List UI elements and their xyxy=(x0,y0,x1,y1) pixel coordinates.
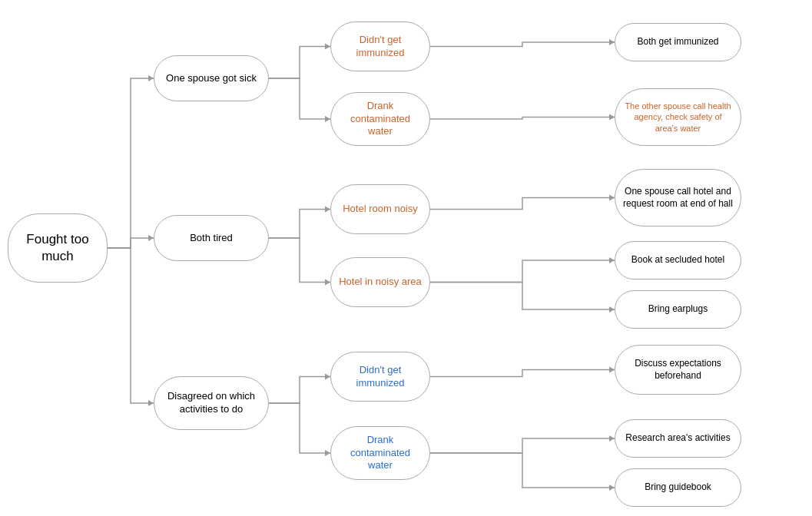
node-l2-5-label: Didn't get immunized xyxy=(339,364,422,390)
svg-marker-4 xyxy=(325,116,330,122)
node-l2-6: Drank contaminated water xyxy=(330,426,430,480)
node-l1-3-label: Disagreed on which activities to do xyxy=(162,390,260,416)
node-l3-8: Bring guidebook xyxy=(615,468,741,507)
node-root-label: Fought too much xyxy=(16,231,99,265)
svg-marker-13 xyxy=(609,306,615,313)
svg-marker-1 xyxy=(148,235,154,241)
svg-marker-12 xyxy=(609,257,615,263)
node-l3-3-label: One spouse call hotel and request room a… xyxy=(623,186,733,210)
svg-marker-6 xyxy=(325,280,330,286)
node-l3-2-label: The other spouse call health agency, che… xyxy=(623,101,733,134)
node-l2-6-label: Drank contaminated water xyxy=(339,434,422,473)
svg-marker-3 xyxy=(325,44,330,50)
node-l3-1-label: Both get immunized xyxy=(637,36,718,48)
node-l2-2: Drank contaminated water xyxy=(330,92,430,146)
node-l3-6-label: Discuss expectations beforehand xyxy=(623,358,733,382)
node-l3-5-label: Bring earplugs xyxy=(648,303,708,316)
node-l3-4: Book at secluded hotel xyxy=(615,241,741,280)
svg-marker-2 xyxy=(148,400,154,406)
svg-marker-7 xyxy=(325,374,330,380)
svg-marker-8 xyxy=(325,450,330,456)
svg-marker-16 xyxy=(609,485,615,491)
svg-marker-9 xyxy=(609,39,615,45)
node-l3-5: Bring earplugs xyxy=(615,290,741,329)
svg-marker-15 xyxy=(609,435,615,442)
node-l3-7-label: Research area's activities xyxy=(625,432,730,445)
node-l2-2-label: Drank contaminated water xyxy=(339,100,422,139)
node-l2-4: Hotel in noisy area xyxy=(330,257,430,307)
svg-marker-0 xyxy=(148,75,154,81)
node-l2-1: Didn't get immunized xyxy=(330,22,430,71)
node-l1-3: Disagreed on which activities to do xyxy=(154,376,269,430)
node-l1-1-label: One spouse got sick xyxy=(166,72,257,85)
node-l1-2: Both tired xyxy=(154,215,269,261)
diagram: Fought too much One spouse got sick Both… xyxy=(0,0,812,516)
node-l3-2: The other spouse call health agency, che… xyxy=(615,88,741,146)
node-l1-1: One spouse got sick xyxy=(154,55,269,101)
node-l3-4-label: Book at secluded hotel xyxy=(631,254,724,266)
node-l3-8-label: Bring guidebook xyxy=(645,481,711,494)
node-l3-3: One spouse call hotel and request room a… xyxy=(615,169,741,227)
svg-marker-5 xyxy=(325,207,330,213)
node-l1-2-label: Both tired xyxy=(190,232,233,245)
node-root: Fought too much xyxy=(8,213,108,283)
svg-marker-14 xyxy=(609,367,615,373)
node-l3-7: Research area's activities xyxy=(615,419,741,458)
svg-marker-10 xyxy=(609,114,615,121)
node-l2-5: Didn't get immunized xyxy=(330,352,430,402)
node-l2-1-label: Didn't get immunized xyxy=(339,34,422,60)
node-l3-1: Both get immunized xyxy=(615,23,741,61)
node-l2-3-label: Hotel room noisy xyxy=(343,203,418,216)
node-l2-3: Hotel room noisy xyxy=(330,184,430,234)
node-l2-4-label: Hotel in noisy area xyxy=(339,276,422,289)
node-l3-6: Discuss expectations beforehand xyxy=(615,345,741,395)
svg-marker-11 xyxy=(609,195,615,201)
